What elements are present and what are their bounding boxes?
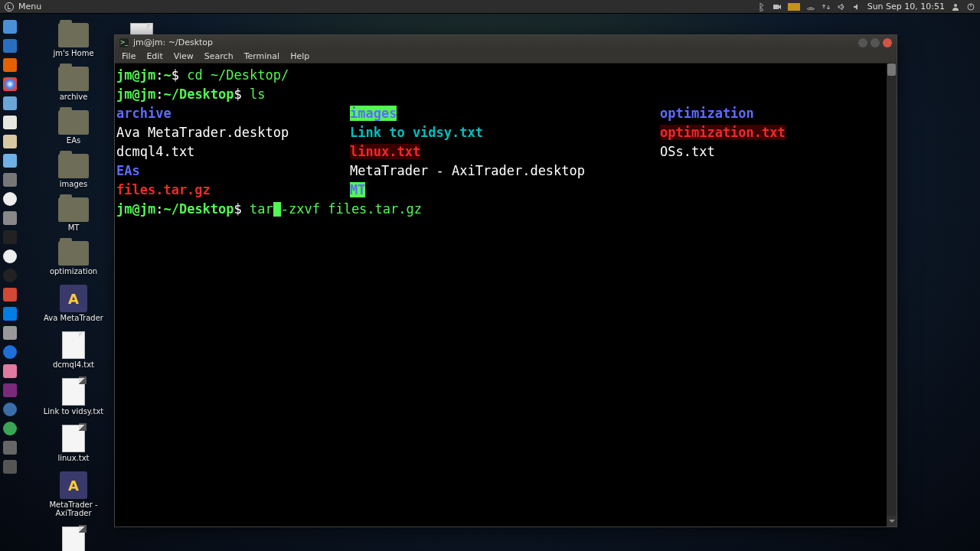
dock-gmail-icon[interactable] [3,288,17,302]
file-link-icon [62,378,85,406]
dock-firefox-icon[interactable] [3,58,17,72]
dock-gedit-icon[interactable] [3,116,17,129]
terminal-menu-terminal[interactable]: Terminal [239,50,286,63]
dock-play-icon[interactable] [3,345,17,359]
bluetooth-icon[interactable] [757,2,766,11]
dock-writer-icon[interactable] [3,135,17,148]
desktop-icon[interactable]: optimization.txt [35,527,112,551]
desktop-icon[interactable]: images [35,154,112,188]
file-link-icon [62,527,85,551]
mint-logo-icon[interactable] [5,2,14,11]
dock-update-icon[interactable] [3,249,17,263]
folder-icon [58,154,89,178]
dock-chat-icon[interactable] [3,326,17,340]
window-maximize-button[interactable] [871,38,880,47]
dock-settings-icon[interactable] [3,460,17,474]
desktop-icon-label: Link to vidsy.txt [44,407,104,416]
dock-valve-icon[interactable] [3,269,17,282]
dock-paint-icon[interactable] [3,364,17,378]
desktop-icon[interactable]: jm's Home [35,23,112,57]
dock-pink-icon[interactable] [3,383,17,397]
desktop-icon-label: dcmql4.txt [53,360,94,369]
terminal-menubar: FileEditViewSearchTerminalHelp [115,50,897,64]
terminal-menu-file[interactable]: File [116,50,141,63]
dock-clock-icon[interactable] [3,192,17,206]
desktop-icon-label: EAs [67,136,80,145]
dock-drag-icon[interactable] [3,211,17,225]
desktop-icon[interactable]: dcmql4.txt [35,331,112,369]
window-minimize-button[interactable] [858,38,867,47]
desktop-icon[interactable]: optimization [35,241,112,276]
clock-label[interactable]: Sun Sep 10, 10:51 [867,2,945,11]
scrollbar[interactable] [887,64,897,527]
battery-icon[interactable] [788,3,800,11]
dock-cube-icon[interactable] [3,441,17,455]
top-panel: Menu Sun Sep 10, 10:51 [0,0,980,14]
app-icon: A [60,285,87,312]
window-title: jm@jm: ~/Desktop [133,37,213,47]
dock-chromium-icon[interactable] [3,154,17,168]
svg-rect-0 [773,5,779,9]
volume-icon[interactable] [852,2,861,11]
desktop-icon-label: MetaTrader - AxiTrader [39,500,108,517]
folder-icon [58,197,89,222]
desktop-icon-label: archive [60,93,88,101]
file-icon [62,331,85,359]
desktop-icon[interactable]: AMetaTrader - AxiTrader [35,471,112,517]
desktop-icon-label: MT [68,223,80,232]
window-close-button[interactable] [883,38,892,47]
dock-terminal-icon[interactable] [3,230,17,244]
updown-icon[interactable] [822,2,831,11]
terminal-app-icon: >_ [119,38,129,47]
dock-steam-icon[interactable] [3,173,17,187]
terminal-window: >_ jm@jm: ~/Desktop FileEditViewSearchTe… [114,34,897,527]
desktop-icon[interactable]: Link to vidsy.txt [35,378,112,416]
desktop-icon-label: Ava MetaTrader [44,314,103,322]
desktop-icon-label: images [60,180,87,188]
record-icon[interactable] [773,2,782,11]
terminal-menu-edit[interactable]: Edit [141,50,168,63]
scrollbar-thumb[interactable] [887,64,896,76]
file-link-icon [62,425,85,452]
desktop-icon[interactable]: linux.txt [35,425,112,462]
window-titlebar[interactable]: >_ jm@jm: ~/Desktop [115,35,897,50]
scrollbar-down-button[interactable] [887,516,897,527]
desktop-icon-label: optimization [50,267,97,276]
dock-earth-icon[interactable] [3,403,17,416]
desktop: jm's HomearchiveEAsimagesMToptimizationA… [35,23,112,551]
sound-icon[interactable] [837,2,846,11]
app-icon: A [60,471,87,499]
folder-icon [58,23,89,47]
desktop-icon-label: jm's Home [53,49,93,57]
dock-dropbox-icon[interactable] [3,307,17,321]
folder-icon [58,67,89,91]
dock [3,20,18,474]
user-icon[interactable] [951,2,960,11]
dock-files-icon[interactable] [3,20,17,34]
desktop-icon[interactable]: AAva MetaTrader [35,285,112,322]
network-icon[interactable] [806,2,815,11]
dock-web-icon[interactable] [3,96,17,110]
dock-green-icon[interactable] [3,422,17,435]
folder-icon [58,241,89,266]
terminal-menu-view[interactable]: View [168,50,199,63]
power-icon[interactable] [966,2,975,11]
menu-label[interactable]: Menu [18,2,41,11]
terminal-body[interactable]: jm@jm:~$ cd ~/Desktop/jm@jm:~/Desktop$ l… [115,64,897,527]
terminal-menu-help[interactable]: Help [285,50,315,63]
system-tray: Sun Sep 10, 10:51 [757,2,975,11]
desktop-icon[interactable]: EAs [35,110,112,145]
folder-icon [58,110,89,135]
dock-app-icon[interactable] [3,39,17,53]
svg-point-1 [954,4,957,7]
desktop-icon[interactable]: MT [35,197,112,232]
terminal-menu-search[interactable]: Search [199,50,239,63]
desktop-icon-label: linux.txt [57,454,89,462]
dock-chrome-icon[interactable] [3,77,17,91]
desktop-icon[interactable]: archive [35,67,112,101]
